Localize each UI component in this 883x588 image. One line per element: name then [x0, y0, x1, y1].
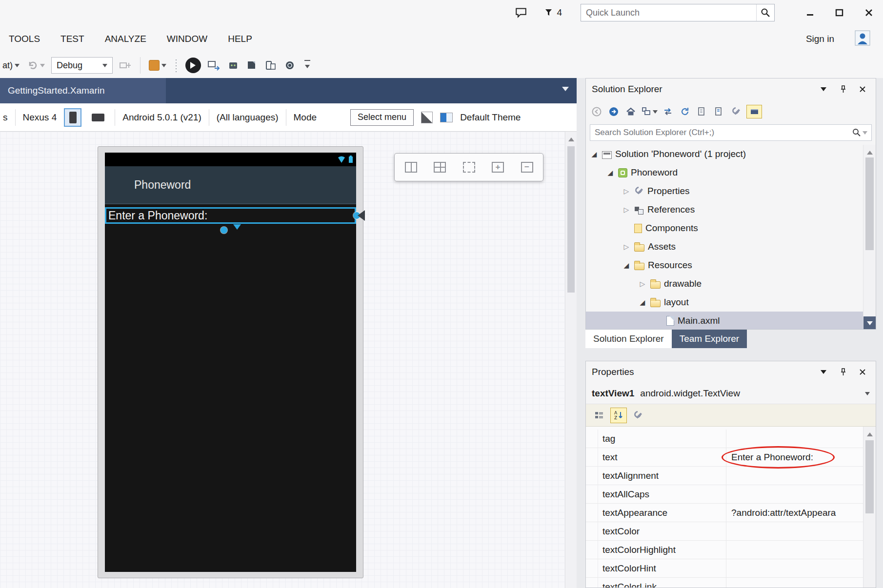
resize-handle-bottom[interactable] [221, 227, 227, 234]
menu-window[interactable]: WINDOW [167, 34, 207, 44]
tree-item-components[interactable]: Components [586, 219, 863, 237]
tab-team-explorer[interactable]: Team Explorer [672, 330, 747, 348]
pin-icon[interactable] [836, 366, 850, 378]
remove-region-icon[interactable] [517, 157, 537, 177]
property-value-textcolorlink[interactable] [726, 578, 863, 588]
toolbar-overflow-button[interactable] [304, 60, 310, 71]
property-row-textallcaps[interactable]: textAllCaps [586, 485, 876, 504]
home-icon[interactable] [624, 104, 638, 119]
property-row-textappearance[interactable]: textAppearance?android:attr/textAppeara [586, 504, 876, 522]
collapsed-expander-icon[interactable]: ▷ [622, 206, 631, 213]
menu-help[interactable]: HELP [228, 34, 252, 44]
property-row-textcolor[interactable]: textColor [586, 522, 876, 541]
show-all-files-icon[interactable] [695, 104, 709, 119]
scrollbar-thumb[interactable] [567, 146, 575, 293]
close-icon[interactable] [855, 366, 870, 378]
notifications-button[interactable]: 4 [544, 7, 562, 18]
scroll-up-icon[interactable] [867, 430, 873, 436]
property-row-textalignment[interactable]: textAlignment [586, 467, 876, 485]
tree-item-assets[interactable]: ▷Assets [586, 237, 863, 256]
sync-icon[interactable] [661, 104, 675, 119]
collapse-all-icon[interactable] [641, 104, 658, 119]
theme-preview-icon[interactable] [440, 113, 453, 122]
document-tab[interactable]: GettingStarted.Xamarin [0, 78, 166, 103]
sign-in-link[interactable]: Sign in [806, 34, 834, 44]
split-columns-icon[interactable] [401, 157, 421, 177]
add-region-icon[interactable] [488, 157, 508, 177]
tree-item-phoneword[interactable]: ◢Phoneword [586, 163, 863, 182]
menu-analyze[interactable]: ANALYZE [105, 34, 146, 44]
theme-selector[interactable]: Default Theme [460, 112, 521, 123]
expanded-expander-icon[interactable]: ◢ [622, 262, 631, 269]
property-row-textcolorlink[interactable]: textColorLink [586, 578, 876, 588]
alpha-chip-icon[interactable] [421, 112, 433, 123]
close-button[interactable] [861, 5, 877, 20]
deploy-button[interactable] [206, 60, 221, 71]
property-row-textcolorhint[interactable]: textColorHint [586, 559, 876, 578]
split-rows-icon[interactable] [430, 157, 450, 177]
property-value-textcolorhint[interactable] [726, 559, 863, 577]
property-row-textcolorhighlight[interactable]: textColorHighlight [586, 541, 876, 559]
scrollbar-thumb[interactable] [865, 440, 874, 513]
feedback-icon[interactable] [515, 7, 527, 18]
maximize-button[interactable] [831, 5, 848, 20]
device-selector[interactable]: Nexus 4 [23, 112, 57, 123]
tree-item-layout[interactable]: ◢layout [586, 293, 863, 312]
refresh-icon[interactable] [678, 104, 692, 119]
window-position-icon[interactable] [816, 83, 831, 96]
phone-screen[interactable]: Phoneword Enter a Phoneword: [105, 153, 356, 572]
emulator-button[interactable] [283, 60, 297, 71]
select-menu-button[interactable]: Select menu [350, 109, 414, 126]
design-surface[interactable]: Phoneword Enter a Phoneword: [0, 132, 577, 588]
tree-item-properties[interactable]: ▷Properties [586, 182, 863, 200]
preview-selected-toggle[interactable] [746, 105, 762, 118]
tree-item-references[interactable]: ▷References [586, 200, 863, 219]
property-value-tag[interactable] [726, 430, 863, 448]
categorized-icon[interactable] [591, 408, 607, 423]
start-debug-button[interactable] [185, 58, 201, 73]
property-value-textcolor[interactable] [726, 522, 863, 540]
android-device-button[interactable] [226, 60, 240, 71]
property-pages-icon[interactable] [630, 408, 646, 423]
forward-icon[interactable] [607, 104, 621, 119]
scroll-up-icon[interactable] [867, 148, 873, 155]
property-value-text[interactable]: Enter a Phoneword: [726, 448, 863, 466]
language-selector[interactable]: (All languages) [217, 112, 279, 123]
solution-configuration-combo[interactable]: Debug [51, 57, 113, 74]
menu-tools[interactable]: TOOLS [9, 34, 40, 44]
profiler-button[interactable] [147, 60, 168, 71]
scroll-down-button[interactable] [863, 316, 876, 329]
tree-item-drawable[interactable]: ▷drawable [586, 274, 863, 293]
search-icon[interactable] [848, 128, 871, 137]
alphabetical-icon[interactable]: AZ [610, 408, 627, 423]
android-version-selector[interactable]: Android 5.0.1 (v21) [122, 112, 201, 123]
minimize-button[interactable] [802, 5, 819, 20]
scroll-up-icon[interactable] [568, 135, 574, 141]
property-value-textalignment[interactable] [726, 467, 863, 485]
textview-element[interactable]: Enter a Phoneword: [105, 207, 356, 224]
device-screen-button[interactable] [245, 60, 259, 71]
tree-scrollbar[interactable] [863, 145, 876, 329]
pin-icon[interactable] [836, 83, 850, 96]
window-position-icon[interactable] [816, 366, 831, 378]
properties-page-icon[interactable] [712, 104, 726, 119]
tree-item-resources[interactable]: ◢Resources [586, 256, 863, 274]
tree-item-solution-phoneword-1-project[interactable]: ◢Solution 'Phoneword' (1 project) [586, 145, 863, 163]
quick-launch-input[interactable] [581, 8, 756, 18]
close-icon[interactable] [855, 83, 870, 96]
property-value-textallcaps[interactable] [726, 485, 863, 503]
collapsed-expander-icon[interactable]: ▷ [622, 188, 631, 195]
expanded-expander-icon[interactable]: ◢ [606, 169, 615, 176]
scrollbar-thumb[interactable] [865, 157, 874, 250]
collapsed-expander-icon[interactable]: ▷ [622, 243, 631, 250]
portrait-icon[interactable] [64, 108, 81, 127]
device-manager-button[interactable] [263, 60, 278, 71]
property-value-textcolorhighlight[interactable] [726, 541, 863, 559]
tree-item-main-axml[interactable]: Main.axml [586, 312, 863, 329]
tab-solution-explorer[interactable]: Solution Explorer [585, 330, 672, 348]
solution-search-input[interactable] [590, 128, 848, 137]
design-surface-scrollbar[interactable] [565, 132, 577, 588]
collapsed-expander-icon[interactable]: ▷ [638, 280, 647, 287]
landscape-icon[interactable] [89, 108, 107, 127]
property-row-tag[interactable]: tag [586, 430, 876, 448]
